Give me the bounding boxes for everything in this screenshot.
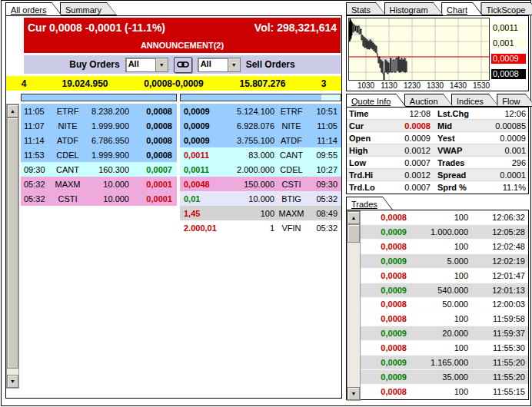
trade-row[interactable]: 0,0008 100 12:06:32: [361, 210, 528, 225]
sell-order-row[interactable]: 0,0009 3.755.100 ATDF 11:14: [180, 133, 341, 147]
sell-order-row[interactable]: 0,01 10.000 BTIG 05:32: [180, 191, 341, 206]
trade-price: 0,0008: [361, 242, 407, 251]
tab-label: Indices: [451, 95, 499, 106]
order-qty: 10.000: [84, 194, 129, 204]
sell-order-row[interactable]: 0,0009 6.928.076 NITE 11:05: [180, 118, 341, 133]
tab-flow[interactable]: Flow: [497, 94, 532, 107]
order-time: 09:30: [308, 180, 341, 189]
chevron-down-icon[interactable]: ▼: [155, 58, 168, 71]
scrollbar-thumb[interactable]: [347, 224, 360, 243]
tab-trades[interactable]: Trades: [346, 197, 393, 210]
trade-time: 12:02:19: [468, 256, 528, 266]
order-price: 0,0008: [129, 107, 177, 116]
sell-order-row[interactable]: 2.000,01 1 VFIN 05:32: [180, 220, 341, 235]
trade-row[interactable]: 0,0009 540.000 12:01:13: [361, 283, 528, 298]
tab-summary[interactable]: Summary: [60, 2, 117, 15]
order-price: 0,0008: [129, 151, 177, 160]
trade-row[interactable]: 0,0008 100 11:55:30: [361, 341, 528, 356]
trade-row[interactable]: 0,0008 50.000 12:00:03: [361, 298, 528, 313]
y-tick-label: 0,001: [491, 38, 526, 48]
buy-order-row[interactable]: 11:14 ATDF 6.786.950 0,0008: [21, 133, 177, 147]
trade-price: 0,0009: [361, 358, 407, 367]
trade-qty: 35.000: [407, 372, 468, 382]
trade-time: 12:00:03: [468, 299, 528, 309]
link-filters-button[interactable]: [174, 57, 192, 73]
chevron-down-icon[interactable]: ▼: [228, 58, 240, 71]
order-price: 2.000,01: [180, 223, 228, 233]
sell-order-row[interactable]: 0,0011 83.000 CANT 09:55: [180, 147, 341, 162]
current-price-value: 0.0008: [383, 121, 431, 131]
sell-order-row[interactable]: 0,0048 150.000 CSTI 09:30: [180, 177, 341, 191]
trade-row[interactable]: 0,0009 1.000.000 12:05:28: [361, 225, 528, 240]
announcement-link[interactable]: ANNOUNCEMENT(2): [141, 41, 224, 50]
tab-tickscope[interactable]: TickScope: [480, 2, 532, 15]
trade-qty: 100: [407, 343, 468, 352]
order-qty: 83.000: [228, 151, 274, 160]
total-buy-volume: 19.024.950: [42, 78, 128, 89]
trade-price: 0,0008: [361, 387, 407, 396]
order-price: 0,0008: [129, 136, 177, 145]
scrollbar-thumb[interactable]: [7, 117, 18, 369]
tab-auction[interactable]: Auction: [404, 94, 454, 107]
tab-all-orders[interactable]: All orders: [5, 2, 62, 15]
x-tick-label: 1430: [448, 81, 468, 90]
buy-order-count: 4: [6, 78, 42, 89]
order-qty: 5.124.100: [228, 107, 274, 116]
trade-row[interactable]: 0,0009 5.000 12:02:19: [361, 254, 528, 269]
order-time: 05:32: [21, 180, 52, 189]
trade-price: 0,0009: [361, 227, 407, 237]
trade-time: 11:55:15: [468, 387, 528, 396]
scrollbar-track[interactable]: [7, 369, 18, 375]
order-qty: 10.000: [84, 180, 129, 189]
buy-order-row[interactable]: 11:53 CDEL 1.999.900 0,0008: [21, 147, 177, 162]
trade-row[interactable]: 0,0008 100 12:01:47: [361, 269, 528, 283]
trade-time: 11:59:58: [468, 314, 528, 323]
trade-time: 12:06:32: [468, 213, 528, 222]
order-price: 0,0008: [129, 121, 177, 131]
trade-price: 0,0009: [361, 256, 407, 266]
trade-time: 12:01:47: [468, 271, 528, 280]
buy-order-row[interactable]: 11:07 NITE 1.999.900 0,0008: [21, 118, 177, 133]
total-sell-volume: 15.807.276: [219, 78, 306, 89]
price-chart: [348, 18, 490, 81]
trade-time: 11:55:20: [468, 358, 528, 367]
scroll-down-button[interactable]: ▼: [7, 375, 18, 388]
trades-scrollbar[interactable]: ▲ ▼: [347, 210, 361, 401]
buy-order-row[interactable]: 05:32 MAXM 10.000 0,0001: [21, 177, 177, 191]
scroll-down-button[interactable]: ▼: [347, 387, 360, 400]
quote-header: Cur 0,0008 -0,0001 (-11.1%) Vol: 298,321…: [24, 18, 341, 53]
tab-stats[interactable]: Stats: [346, 2, 386, 15]
trade-row[interactable]: 0,0009 35.000 11:55:20: [361, 370, 528, 385]
trade-row[interactable]: 0,0008 100 11:59:58: [361, 312, 528, 326]
sell-order-row[interactable]: 1,45 100 MAXM 08:49: [180, 206, 341, 220]
quote-row: Trd.Lo 0.0007 Sprd % 11.1%: [347, 181, 528, 194]
tab-histogram[interactable]: Histogram: [384, 2, 444, 15]
quote-label: Yest: [431, 134, 480, 143]
tab-quote-info[interactable]: Quote Info: [346, 94, 406, 107]
trade-row[interactable]: 0,0008 100 12:02:48: [361, 240, 528, 254]
scroll-up-button[interactable]: ▲: [7, 104, 18, 117]
tab-indices[interactable]: Indices: [451, 94, 499, 107]
sell-order-row[interactable]: 0,0009 5.124.100 ETRF 10:51: [180, 104, 341, 118]
sell-filter-select[interactable]: All ▼: [198, 58, 241, 72]
buy-order-row[interactable]: 09:30 CANT 160.300 0,0007: [21, 162, 177, 177]
sell-order-row[interactable]: 0,0011 2.000.000 CDEL 10:27: [180, 162, 341, 177]
scroll-up-button[interactable]: ▲: [347, 211, 360, 224]
trade-price: 0,0009: [361, 329, 407, 338]
order-price: 0,0011: [180, 165, 228, 174]
quote-value: 12:08: [383, 109, 431, 118]
buy-order-row[interactable]: 11:05 ETRF 8.238.200 0,0008: [21, 104, 177, 118]
tab-label: Trades: [346, 198, 393, 209]
orders-scrollbar[interactable]: ▲ ▼: [6, 104, 19, 389]
buy-filter-select[interactable]: All ▼: [125, 58, 168, 72]
trade-row[interactable]: 0,0008 100 11:55:15: [361, 385, 528, 399]
tab-chart[interactable]: Chart: [441, 2, 483, 15]
scrollbar-track[interactable]: [347, 243, 360, 387]
trade-row[interactable]: 0,0009 20.000 11:59:37: [361, 326, 528, 341]
trade-row[interactable]: 0,0009 1.165.000 11:55:20: [361, 356, 528, 370]
tab-label: Quote Info: [346, 95, 406, 106]
bid-ask-spread: 0,0008-0,0009: [128, 78, 219, 89]
order-qty: 1.999.900: [84, 151, 129, 160]
trade-qty: 100: [407, 314, 468, 323]
buy-order-row[interactable]: 05:32 CSTI 10.000 0,0001: [21, 191, 177, 206]
